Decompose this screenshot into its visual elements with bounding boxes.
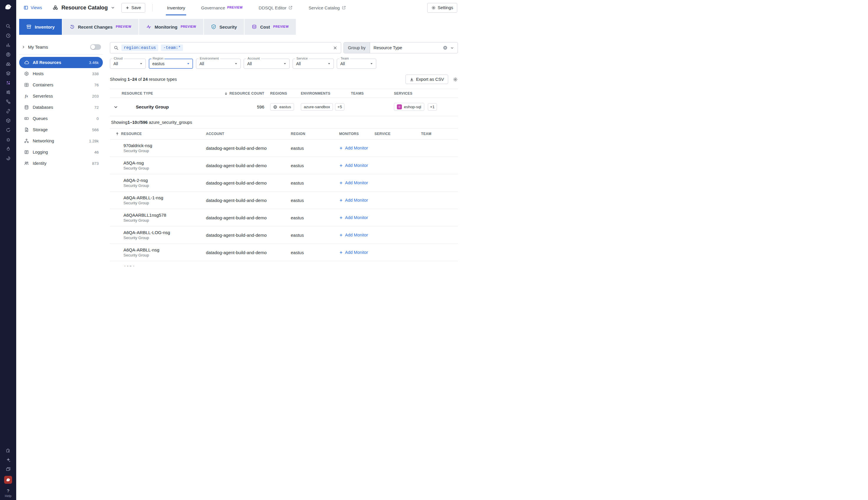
layers-icon[interactable] <box>3 69 13 78</box>
resource-name[interactable]: A6QA-ARBLL-nsg <box>124 247 159 252</box>
export-csv-button[interactable]: Export as CSV <box>405 75 448 84</box>
resource-name[interactable]: A5QA-nsg <box>124 160 149 166</box>
resource-name[interactable]: A6QAARBLL1nsg578 <box>124 213 166 218</box>
table-settings-gear-icon[interactable] <box>453 77 458 82</box>
search-icon[interactable] <box>3 22 13 31</box>
search-token-team[interactable]: -team:* <box>161 45 183 51</box>
group-by-control: Group by Resource Type <box>344 42 458 53</box>
dots-cluster-icon[interactable] <box>3 78 13 88</box>
save-button[interactable]: Save <box>121 3 145 13</box>
clear-search-icon[interactable] <box>333 46 337 50</box>
filter-environment[interactable]: Environment All <box>196 59 241 69</box>
subnav-tab-security[interactable]: Security <box>204 19 244 35</box>
settings-button[interactable]: Settings <box>427 3 457 13</box>
my-teams-toggle[interactable] <box>90 44 101 50</box>
service-more-pill[interactable]: +1 <box>428 103 437 111</box>
flowchart-icon[interactable] <box>3 97 13 106</box>
radar-icon[interactable] <box>3 50 13 59</box>
filter-service[interactable]: Service All <box>292 59 334 69</box>
tab-inventory[interactable]: Inventory <box>166 0 186 15</box>
group-row-security-group[interactable]: Security Group 596 eastus azure-sandbox … <box>110 98 458 116</box>
filter-region[interactable]: Region eastus <box>149 59 193 69</box>
col-resource-type[interactable]: RESOURCE TYPE <box>122 91 213 95</box>
sliders-icon[interactable] <box>3 88 13 97</box>
bug-icon[interactable] <box>3 135 13 144</box>
add-monitor-link[interactable]: Add Monitor <box>339 232 374 237</box>
sidebar-item-serverless[interactable]: fx Serverless 203 <box>19 91 103 102</box>
table-row[interactable]: A6QA-2-nsg Security Group datadog-agent-… <box>110 174 458 192</box>
spiral-icon[interactable] <box>3 154 13 163</box>
environment-pill[interactable]: azure-sandbox <box>301 103 333 111</box>
table-row[interactable]: A6QA-ARBLL-1-nsg Security Group datadog-… <box>110 192 458 209</box>
binoculars-icon[interactable] <box>3 59 13 69</box>
sidebar-item-containers[interactable]: Containers 76 <box>19 79 103 91</box>
add-monitor-link[interactable]: Add Monitor <box>339 146 374 150</box>
search-token-region[interactable]: region:eastus <box>121 45 158 51</box>
sidebar-item-all-resources[interactable]: All Resources 3.46k <box>19 57 103 68</box>
sidebar-item-identity[interactable]: Identity 873 <box>19 158 103 169</box>
link-chain-icon[interactable] <box>3 106 13 116</box>
region-pill[interactable]: eastus <box>270 103 294 111</box>
subnav-tab-cost[interactable]: Cost PREVIEW <box>245 19 296 35</box>
table-row[interactable]: A6QAARBLL1nsg578 Security Group datadog-… <box>110 209 458 226</box>
add-monitor-link[interactable]: Add Monitor <box>339 163 374 168</box>
col-monitors[interactable]: MONITORS <box>339 132 374 136</box>
sidebar-item-databases[interactable]: Databases 72 <box>19 102 103 113</box>
datadog-logo[interactable] <box>4 3 13 11</box>
my-teams-row[interactable]: My Teams <box>19 42 103 55</box>
table-row[interactable]: 970aldrick-nsg Security Group datadog-ag… <box>110 139 458 157</box>
col-resource-count[interactable]: RESOURCE COUNT <box>213 91 264 95</box>
sidebar-item-hosts[interactable]: Hosts 338 <box>19 68 103 79</box>
views-button[interactable]: Views <box>24 5 42 10</box>
resource-name[interactable]: A6QA-ARBLL-1-nsg <box>124 195 163 200</box>
col-regions[interactable]: REGIONS <box>264 91 296 95</box>
resource-name[interactable]: 970aldrick-nsg <box>124 143 152 148</box>
filter-label: Environment <box>199 57 220 60</box>
col-environments[interactable]: ENVIRONMENTS <box>296 91 346 95</box>
add-monitor-link[interactable]: Add Monitor <box>339 250 374 255</box>
table-row[interactable]: A6QA-nsg Security Group datadog-agent-bu… <box>110 261 458 266</box>
clear-group-by-icon[interactable] <box>443 45 448 50</box>
resource-name[interactable]: A6QA-ARBLL-LOG-nsg <box>124 230 170 235</box>
col-team[interactable]: TEAM <box>421 132 458 136</box>
tab-governance[interactable]: Governance PREVIEW <box>200 0 244 15</box>
sync-arrows-icon[interactable] <box>3 125 13 135</box>
sidebar-item-networking[interactable]: Networking 1.28k <box>19 135 103 147</box>
sidebar-item-logging[interactable]: Logging 46 <box>19 147 103 158</box>
service-pill[interactable]: eshop-sql <box>394 103 424 111</box>
add-monitor-link[interactable]: Add Monitor <box>339 215 374 220</box>
page-title-group[interactable]: Resource Catalog <box>53 4 115 11</box>
filter-cloud[interactable]: Cloud All <box>110 59 146 69</box>
tab-service-catalog[interactable]: Service Catalog <box>307 0 347 15</box>
sidebar-item-storage[interactable]: Storage 566 <box>19 124 103 135</box>
subnav-tab-inventory[interactable]: Inventory <box>19 19 62 35</box>
table-row[interactable]: A6QA-ARBLL-LOG-nsg Security Group datado… <box>110 226 458 244</box>
table-row[interactable]: A5QA-nsg Security Group datadog-agent-bu… <box>110 157 458 174</box>
cube-icon[interactable] <box>3 116 13 125</box>
flame-icon[interactable] <box>3 144 13 154</box>
filter-account[interactable]: Account All <box>244 59 290 69</box>
history-clock-icon[interactable] <box>3 31 13 41</box>
subnav-tab-recent-changes[interactable]: Recent Changes PREVIEW <box>62 19 138 35</box>
col-resource[interactable]: RESOURCE <box>110 132 206 136</box>
col-account[interactable]: ACCOUNT <box>206 132 291 136</box>
group-by-select[interactable]: Resource Type <box>370 43 458 53</box>
tab-label: DDSQL Editor <box>259 5 286 10</box>
col-teams[interactable]: TEAMS <box>346 91 389 95</box>
sidebar-item-queues[interactable]: Queues 0 <box>19 113 103 124</box>
bar-chart-icon[interactable] <box>3 41 13 50</box>
environment-more-pill[interactable]: +5 <box>335 103 344 111</box>
collapse-chevron-icon[interactable] <box>110 105 122 109</box>
add-monitor-link[interactable]: Add Monitor <box>339 198 374 203</box>
col-service[interactable]: SERVICE <box>374 132 421 136</box>
resource-name[interactable]: A6QA-nsg <box>124 265 149 266</box>
col-services[interactable]: SERVICES <box>389 91 458 95</box>
table-row[interactable]: A6QA-ARBLL-nsg Security Group datadog-ag… <box>110 244 458 261</box>
add-monitor-link[interactable]: Add Monitor <box>339 180 374 185</box>
subnav-tab-monitoring[interactable]: Monitoring PREVIEW <box>139 19 203 35</box>
filter-team[interactable]: Team All <box>337 59 376 69</box>
tab-ddsql-editor[interactable]: DDSQL Editor <box>257 0 294 15</box>
resource-name[interactable]: A6QA-2-nsg <box>124 178 149 183</box>
col-region[interactable]: REGION <box>291 132 339 136</box>
search-input[interactable]: region:eastus -team:* <box>110 42 341 53</box>
